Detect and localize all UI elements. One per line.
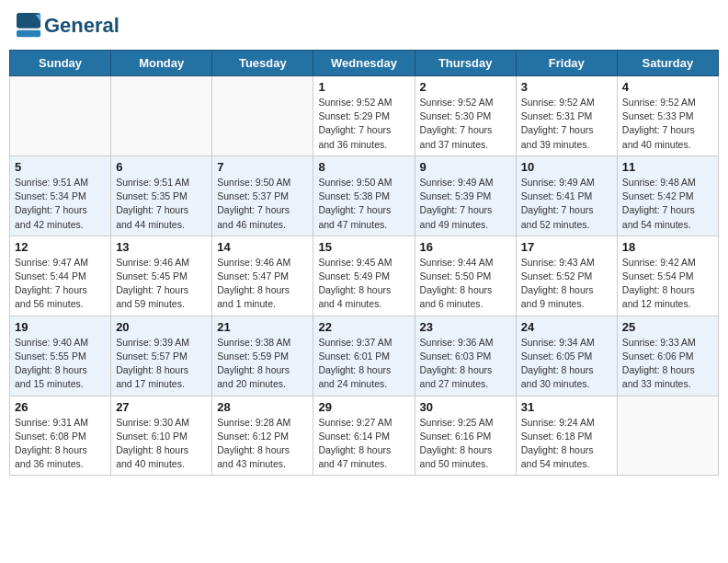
calendar-cell: 26Sunrise: 9:31 AM Sunset: 6:08 PM Dayli… xyxy=(10,396,111,476)
calendar-cell: 28Sunrise: 9:28 AM Sunset: 6:12 PM Dayli… xyxy=(212,396,313,476)
calendar-cell: 27Sunrise: 9:30 AM Sunset: 6:10 PM Dayli… xyxy=(111,396,212,476)
calendar-cell: 21Sunrise: 9:38 AM Sunset: 5:59 PM Dayli… xyxy=(212,316,313,396)
calendar-cell: 20Sunrise: 9:39 AM Sunset: 5:57 PM Dayli… xyxy=(111,316,212,396)
calendar-cell: 19Sunrise: 9:40 AM Sunset: 5:55 PM Dayli… xyxy=(10,316,111,396)
day-info: Sunrise: 9:38 AM Sunset: 5:59 PM Dayligh… xyxy=(217,336,308,392)
day-info: Sunrise: 9:51 AM Sunset: 5:34 PM Dayligh… xyxy=(15,176,106,232)
day-info: Sunrise: 9:28 AM Sunset: 6:12 PM Dayligh… xyxy=(217,416,308,472)
day-info: Sunrise: 9:42 AM Sunset: 5:54 PM Dayligh… xyxy=(622,256,713,312)
calendar-cell: 6Sunrise: 9:51 AM Sunset: 5:35 PM Daylig… xyxy=(111,155,212,236)
day-info: Sunrise: 9:36 AM Sunset: 6:03 PM Dayligh… xyxy=(420,336,511,392)
calendar-cell: 8Sunrise: 9:50 AM Sunset: 5:38 PM Daylig… xyxy=(313,155,415,236)
day-info: Sunrise: 9:43 AM Sunset: 5:52 PM Dayligh… xyxy=(521,256,612,312)
calendar-cell: 16Sunrise: 9:44 AM Sunset: 5:50 PM Dayli… xyxy=(415,236,516,316)
day-number: 29 xyxy=(318,400,409,414)
day-number: 23 xyxy=(420,320,511,334)
calendar-cell: 4Sunrise: 9:52 AM Sunset: 5:33 PM Daylig… xyxy=(617,76,718,156)
day-number: 1 xyxy=(318,80,409,94)
day-number: 5 xyxy=(15,160,106,174)
calendar-week-4: 19Sunrise: 9:40 AM Sunset: 5:55 PM Dayli… xyxy=(10,316,719,396)
calendar-cell: 31Sunrise: 9:24 AM Sunset: 6:18 PM Dayli… xyxy=(516,396,617,476)
calendar-cell xyxy=(617,396,718,476)
day-info: Sunrise: 9:51 AM Sunset: 5:35 PM Dayligh… xyxy=(116,176,207,232)
day-info: Sunrise: 9:31 AM Sunset: 6:08 PM Dayligh… xyxy=(15,416,106,472)
day-info: Sunrise: 9:52 AM Sunset: 5:30 PM Dayligh… xyxy=(420,96,511,152)
day-number: 7 xyxy=(217,160,308,174)
day-info: Sunrise: 9:45 AM Sunset: 5:49 PM Dayligh… xyxy=(318,256,409,312)
calendar-cell: 3Sunrise: 9:52 AM Sunset: 5:31 PM Daylig… xyxy=(516,76,617,156)
calendar-cell xyxy=(212,76,313,156)
col-header-tuesday: Tuesday xyxy=(212,51,313,76)
calendar-cell: 22Sunrise: 9:37 AM Sunset: 6:01 PM Dayli… xyxy=(313,316,415,396)
calendar-week-5: 26Sunrise: 9:31 AM Sunset: 6:08 PM Dayli… xyxy=(10,396,719,476)
day-number: 15 xyxy=(318,240,409,254)
day-number: 4 xyxy=(622,80,713,94)
day-number: 30 xyxy=(420,400,511,414)
calendar-cell: 12Sunrise: 9:47 AM Sunset: 5:44 PM Dayli… xyxy=(10,236,111,316)
day-info: Sunrise: 9:46 AM Sunset: 5:45 PM Dayligh… xyxy=(116,256,207,312)
col-header-wednesday: Wednesday xyxy=(313,51,415,76)
calendar-header-row: SundayMondayTuesdayWednesdayThursdayFrid… xyxy=(10,51,719,76)
calendar-cell: 15Sunrise: 9:45 AM Sunset: 5:49 PM Dayli… xyxy=(313,236,415,316)
day-info: Sunrise: 9:49 AM Sunset: 5:41 PM Dayligh… xyxy=(521,176,612,232)
day-info: Sunrise: 9:44 AM Sunset: 5:50 PM Dayligh… xyxy=(420,256,511,312)
calendar-cell: 30Sunrise: 9:25 AM Sunset: 6:16 PM Dayli… xyxy=(415,396,516,476)
day-info: Sunrise: 9:34 AM Sunset: 6:05 PM Dayligh… xyxy=(521,336,612,392)
day-number: 28 xyxy=(217,400,308,414)
day-info: Sunrise: 9:33 AM Sunset: 6:06 PM Dayligh… xyxy=(622,336,713,392)
calendar-cell: 25Sunrise: 9:33 AM Sunset: 6:06 PM Dayli… xyxy=(617,316,718,396)
day-info: Sunrise: 9:52 AM Sunset: 5:33 PM Dayligh… xyxy=(622,96,713,152)
day-info: Sunrise: 9:50 AM Sunset: 5:38 PM Dayligh… xyxy=(318,176,409,232)
day-info: Sunrise: 9:40 AM Sunset: 5:55 PM Dayligh… xyxy=(15,336,106,392)
day-info: Sunrise: 9:52 AM Sunset: 5:29 PM Dayligh… xyxy=(318,96,409,152)
calendar-cell: 14Sunrise: 9:46 AM Sunset: 5:47 PM Dayli… xyxy=(212,236,313,316)
day-info: Sunrise: 9:49 AM Sunset: 5:39 PM Dayligh… xyxy=(420,176,511,232)
day-number: 31 xyxy=(521,400,612,414)
calendar-cell: 7Sunrise: 9:50 AM Sunset: 5:37 PM Daylig… xyxy=(212,155,313,236)
day-number: 2 xyxy=(420,80,511,94)
day-info: Sunrise: 9:48 AM Sunset: 5:42 PM Dayligh… xyxy=(622,176,713,232)
day-number: 22 xyxy=(318,320,409,334)
calendar-cell: 1Sunrise: 9:52 AM Sunset: 5:29 PM Daylig… xyxy=(313,76,415,156)
day-number: 27 xyxy=(116,400,207,414)
col-header-monday: Monday xyxy=(111,51,212,76)
day-info: Sunrise: 9:30 AM Sunset: 6:10 PM Dayligh… xyxy=(116,416,207,472)
day-number: 24 xyxy=(521,320,612,334)
day-number: 21 xyxy=(217,320,308,334)
calendar-week-2: 5Sunrise: 9:51 AM Sunset: 5:34 PM Daylig… xyxy=(10,155,719,236)
col-header-friday: Friday xyxy=(516,51,617,76)
day-info: Sunrise: 9:50 AM Sunset: 5:37 PM Dayligh… xyxy=(217,176,308,232)
day-number: 10 xyxy=(521,160,612,174)
day-number: 17 xyxy=(521,240,612,254)
day-number: 20 xyxy=(116,320,207,334)
calendar-cell: 23Sunrise: 9:36 AM Sunset: 6:03 PM Dayli… xyxy=(415,316,516,396)
day-info: Sunrise: 9:52 AM Sunset: 5:31 PM Dayligh… xyxy=(521,96,612,152)
calendar-cell: 24Sunrise: 9:34 AM Sunset: 6:05 PM Dayli… xyxy=(516,316,617,396)
day-number: 16 xyxy=(420,240,511,254)
day-number: 25 xyxy=(622,320,713,334)
day-number: 3 xyxy=(521,80,612,94)
day-number: 18 xyxy=(622,240,713,254)
calendar-cell: 2Sunrise: 9:52 AM Sunset: 5:30 PM Daylig… xyxy=(415,76,516,156)
col-header-saturday: Saturday xyxy=(617,51,718,76)
calendar-week-3: 12Sunrise: 9:47 AM Sunset: 5:44 PM Dayli… xyxy=(10,236,719,316)
calendar-cell: 17Sunrise: 9:43 AM Sunset: 5:52 PM Dayli… xyxy=(516,236,617,316)
logo-icon xyxy=(17,13,42,39)
page-header: General xyxy=(9,9,719,42)
day-number: 13 xyxy=(116,240,207,254)
calendar-cell: 29Sunrise: 9:27 AM Sunset: 6:14 PM Dayli… xyxy=(313,396,415,476)
day-number: 14 xyxy=(217,240,308,254)
calendar-cell: 18Sunrise: 9:42 AM Sunset: 5:54 PM Dayli… xyxy=(617,236,718,316)
day-info: Sunrise: 9:25 AM Sunset: 6:16 PM Dayligh… xyxy=(420,416,511,472)
calendar-cell: 5Sunrise: 9:51 AM Sunset: 5:34 PM Daylig… xyxy=(10,155,111,236)
day-info: Sunrise: 9:47 AM Sunset: 5:44 PM Dayligh… xyxy=(15,256,106,312)
calendar-cell: 13Sunrise: 9:46 AM Sunset: 5:45 PM Dayli… xyxy=(111,236,212,316)
col-header-thursday: Thursday xyxy=(415,51,516,76)
calendar-cell: 10Sunrise: 9:49 AM Sunset: 5:41 PM Dayli… xyxy=(516,155,617,236)
calendar-cell: 9Sunrise: 9:49 AM Sunset: 5:39 PM Daylig… xyxy=(415,155,516,236)
day-number: 11 xyxy=(622,160,713,174)
svg-rect-1 xyxy=(17,30,40,37)
calendar-week-1: 1Sunrise: 9:52 AM Sunset: 5:29 PM Daylig… xyxy=(10,76,719,156)
logo-text: General xyxy=(44,15,119,37)
calendar-cell xyxy=(111,76,212,156)
